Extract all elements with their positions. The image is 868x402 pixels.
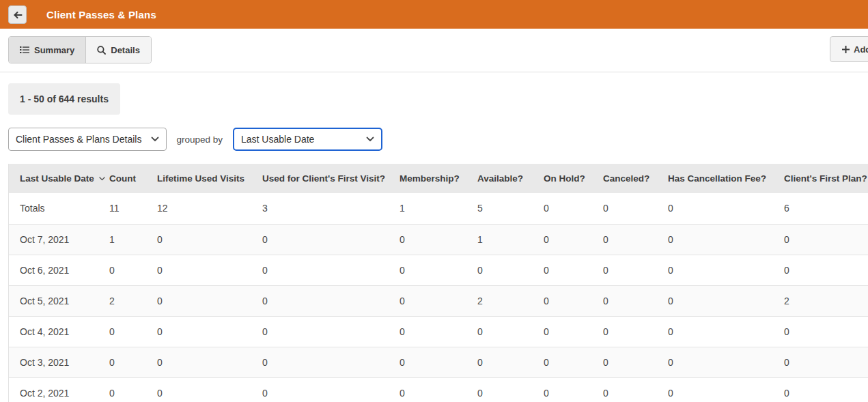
cell-value: 0 bbox=[668, 285, 784, 316]
cell-value: 0 bbox=[603, 193, 668, 224]
cell-value: 0 bbox=[157, 255, 262, 285]
cell-value: 0 bbox=[603, 285, 668, 316]
cell-value: 0 bbox=[262, 377, 400, 402]
plus-icon bbox=[842, 46, 850, 53]
cell-value: 0 bbox=[262, 255, 400, 285]
report-type-select[interactable]: Client Passes & Plans Details bbox=[8, 128, 167, 151]
client-passes-plans-page: Client Passes & Plans Summary bbox=[0, 0, 868, 402]
cell-value: 0 bbox=[784, 224, 868, 255]
cell-value: 2 bbox=[109, 285, 157, 316]
back-button[interactable] bbox=[8, 5, 27, 24]
tab-details[interactable]: Details bbox=[85, 37, 151, 63]
row-label: Oct 4, 2021 bbox=[9, 316, 109, 347]
cell-value: 0 bbox=[477, 377, 544, 402]
cell-value: 0 bbox=[668, 255, 784, 285]
table-row: Oct 6, 2021000000000 bbox=[9, 255, 868, 285]
cell-value: 0 bbox=[668, 316, 784, 347]
column-header-canceled[interactable]: Canceled? bbox=[603, 164, 668, 193]
cell-value: 1 bbox=[477, 224, 544, 255]
cell-value: 0 bbox=[262, 316, 400, 347]
cell-value: 0 bbox=[109, 377, 157, 402]
add-button-label: Add F bbox=[854, 44, 868, 55]
table-row: Oct 5, 2021200020002 bbox=[9, 285, 868, 316]
cell-value: 0 bbox=[157, 347, 262, 377]
cell-value: 12 bbox=[157, 193, 262, 224]
add-button[interactable]: Add F bbox=[830, 36, 868, 62]
cell-value: 0 bbox=[477, 255, 544, 285]
column-header-count[interactable]: Count bbox=[109, 164, 157, 193]
cell-value: 0 bbox=[262, 224, 400, 255]
cell-value: 0 bbox=[400, 255, 477, 285]
page-title: Client Passes & Plans bbox=[46, 9, 156, 20]
cell-value: 0 bbox=[157, 316, 262, 347]
cell-value: 0 bbox=[784, 316, 868, 347]
cell-value: 0 bbox=[668, 377, 784, 402]
tab-summary[interactable]: Summary bbox=[9, 37, 85, 63]
cell-value: 0 bbox=[544, 224, 603, 255]
row-label: Oct 3, 2021 bbox=[9, 347, 109, 377]
column-header-membership[interactable]: Membership? bbox=[400, 164, 477, 193]
tab-details-label: Details bbox=[111, 45, 140, 55]
cell-value: 0 bbox=[400, 377, 477, 402]
column-header-available[interactable]: Available? bbox=[477, 164, 544, 193]
cell-value: 2 bbox=[477, 285, 544, 316]
cell-value: 0 bbox=[157, 285, 262, 316]
chevron-down-icon bbox=[151, 137, 159, 142]
cell-value: 0 bbox=[603, 316, 668, 347]
cell-value: 11 bbox=[109, 193, 157, 224]
totals-row: Totals11123150006 bbox=[9, 193, 868, 224]
cell-value: 0 bbox=[157, 224, 262, 255]
column-header-client-s-first-plan[interactable]: Client's First Plan? bbox=[784, 164, 868, 193]
cell-value: 0 bbox=[784, 255, 868, 285]
cell-value: 0 bbox=[400, 285, 477, 316]
column-header-has-cancellation-fee[interactable]: Has Cancellation Fee? bbox=[668, 164, 784, 193]
report-table-container: Last Usable DateCountLifetime Used Visit… bbox=[8, 164, 868, 402]
table-row: Oct 7, 2021100010000 bbox=[9, 224, 868, 255]
cell-value: 2 bbox=[784, 285, 868, 316]
results-count-badge: 1 - 50 of 644 results bbox=[8, 83, 120, 115]
cell-value: 0 bbox=[784, 377, 868, 402]
cell-value: 3 bbox=[262, 193, 400, 224]
row-label: Oct 2, 2021 bbox=[9, 377, 109, 402]
cell-value: 0 bbox=[603, 255, 668, 285]
cell-value: 0 bbox=[603, 347, 668, 377]
table-row: Oct 3, 2021000000000 bbox=[9, 347, 868, 377]
cell-value: 0 bbox=[477, 316, 544, 347]
column-header-lifetime-used-visits[interactable]: Lifetime Used Visits bbox=[157, 164, 262, 193]
column-header-on-hold[interactable]: On Hold? bbox=[544, 164, 603, 193]
table-row: Oct 2, 2021000000000 bbox=[9, 377, 868, 402]
grouped-by-select[interactable]: Last Usable Date bbox=[233, 128, 382, 151]
cell-value: 0 bbox=[668, 347, 784, 377]
cell-value: 0 bbox=[544, 193, 603, 224]
list-icon bbox=[20, 46, 29, 54]
cell-value: 0 bbox=[544, 347, 603, 377]
cell-value: 5 bbox=[477, 193, 544, 224]
cell-value: 0 bbox=[157, 377, 262, 402]
cell-value: 0 bbox=[477, 347, 544, 377]
toolbar: Summary Details Add F bbox=[0, 29, 868, 72]
column-header-used-for-client-s-first-visit[interactable]: Used for Client's First Visit? bbox=[262, 164, 400, 193]
cell-value: 1 bbox=[400, 193, 477, 224]
cell-value: 0 bbox=[668, 193, 784, 224]
row-label: Oct 7, 2021 bbox=[9, 224, 109, 255]
table-header-row: Last Usable DateCountLifetime Used Visit… bbox=[9, 164, 868, 193]
cell-value: 0 bbox=[400, 316, 477, 347]
cell-value: 0 bbox=[544, 377, 603, 402]
cell-value: 0 bbox=[544, 316, 603, 347]
report-table: Last Usable DateCountLifetime Used Visit… bbox=[9, 164, 868, 402]
row-label: Oct 6, 2021 bbox=[9, 255, 109, 285]
report-type-select-value: Client Passes & Plans Details bbox=[16, 134, 141, 145]
column-header-last-usable-date[interactable]: Last Usable Date bbox=[9, 164, 109, 193]
cell-value: 0 bbox=[603, 377, 668, 402]
report-controls: Client Passes & Plans Details grouped by… bbox=[8, 128, 868, 151]
grouped-by-label: grouped by bbox=[176, 134, 223, 145]
cell-value: 0 bbox=[544, 285, 603, 316]
cell-value: 0 bbox=[400, 347, 477, 377]
cell-value: 0 bbox=[544, 255, 603, 285]
cell-value: 6 bbox=[784, 193, 868, 224]
top-header-bar: Client Passes & Plans bbox=[0, 0, 868, 29]
sort-chevron-down-icon bbox=[99, 177, 105, 181]
grouped-by-select-value: Last Usable Date bbox=[241, 134, 314, 145]
cell-value: 0 bbox=[784, 347, 868, 377]
arrow-left-icon bbox=[13, 11, 23, 19]
